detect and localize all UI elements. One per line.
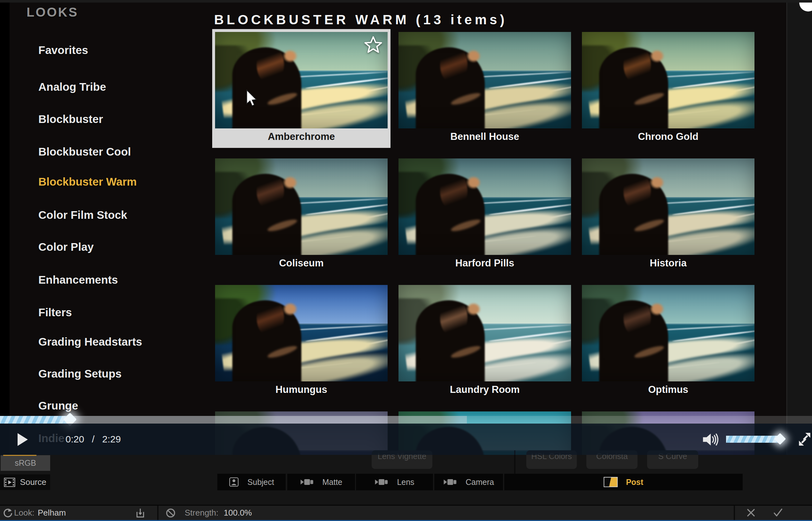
- look-category-heading: BLOCKBUSTER WARM (13 items): [214, 12, 507, 27]
- srgb-accent-line: [3, 455, 37, 456]
- toolbar-post-button[interactable]: Post: [504, 474, 743, 490]
- current-time: 0:20: [66, 434, 84, 445]
- look-name: Bennell House: [399, 129, 571, 145]
- look-thumbnail[interactable]: [399, 32, 571, 129]
- look-label: Look:: [14, 506, 35, 520]
- subject-person-icon: [229, 477, 239, 487]
- srgb-button[interactable]: sRGB: [1, 455, 50, 471]
- toolbar-label: Camera: [466, 478, 494, 487]
- toolbar-lens-button[interactable]: Lens: [356, 474, 433, 490]
- source-label: Source: [20, 477, 46, 487]
- look-name: Coliseum: [215, 255, 388, 272]
- sidebar-item-enhancements[interactable]: Enhancements: [38, 273, 118, 286]
- volume-icon[interactable]: [702, 431, 721, 448]
- look-tile-historia[interactable]: Historia: [582, 158, 754, 272]
- favorite-star-icon[interactable]: [363, 35, 383, 55]
- post-split-icon: [604, 477, 618, 487]
- video-right-panel-edge: [786, 3, 812, 455]
- time-display: 0:20 / 2:29: [66, 424, 121, 455]
- look-thumbnail[interactable]: [582, 32, 754, 129]
- sidebar-item-grading-headstarts[interactable]: Grading Headstarts: [38, 335, 142, 348]
- look-tile-humungus[interactable]: Humungus: [215, 285, 388, 398]
- sidebar-item-blockbuster-warm[interactable]: Blockbuster Warm: [38, 175, 137, 188]
- toolbar-label: Post: [626, 478, 643, 487]
- looks-panel-title: LOOKS: [26, 5, 78, 20]
- look-name: Laundry Room: [399, 381, 571, 398]
- sidebar-item-analog-tribe[interactable]: Analog Tribe: [38, 81, 106, 93]
- look-thumbnail[interactable]: [582, 285, 754, 381]
- progress-played: [0, 416, 70, 424]
- status-divider: [734, 506, 735, 520]
- look-thumbnail[interactable]: [215, 32, 388, 129]
- progress-bar[interactable]: [0, 416, 812, 424]
- look-tile-amberchrome[interactable]: Amberchrome: [215, 32, 388, 145]
- volume-slider[interactable]: [726, 436, 780, 443]
- volume-handle[interactable]: [774, 433, 786, 445]
- source-button[interactable]: Source: [0, 474, 50, 490]
- sidebar-item-favorites[interactable]: Favorites: [38, 44, 88, 56]
- sidebar-item-blockbuster-cool[interactable]: Blockbuster Cool: [38, 145, 131, 158]
- time-separator: /: [92, 434, 94, 445]
- look-thumbnail[interactable]: [582, 158, 754, 255]
- strength-label: Strength:: [185, 506, 219, 520]
- look-thumbnail[interactable]: [399, 285, 571, 381]
- look-thumbnail[interactable]: [215, 158, 388, 255]
- video-camera-icon: [300, 478, 314, 486]
- sidebar-item-blockbuster[interactable]: Blockbuster: [38, 113, 103, 126]
- total-duration: 2:29: [102, 434, 121, 445]
- look-tile-chrono-gold[interactable]: Chrono Gold: [582, 32, 754, 145]
- app-root: LOOKS Favorites Analog Tribe Blockbuster…: [0, 0, 812, 521]
- video-camera-icon: [443, 478, 457, 486]
- sidebar-item-color-play[interactable]: Color Play: [38, 241, 94, 253]
- sidebar-item-filters[interactable]: Filters: [38, 306, 72, 319]
- look-tile-harford-pills[interactable]: Harford Pills: [399, 158, 571, 272]
- video-left-bar: [0, 3, 9, 455]
- look-thumbnail[interactable]: [399, 158, 571, 255]
- import-look-icon[interactable]: [135, 508, 145, 518]
- video-content: LOOKS Favorites Analog Tribe Blockbuster…: [0, 3, 812, 455]
- play-button[interactable]: [18, 433, 28, 446]
- look-name: Humungus: [215, 381, 388, 398]
- toolbar-matte-button[interactable]: Matte: [287, 474, 355, 490]
- look-value: Pelham: [38, 506, 66, 520]
- cancel-x-icon[interactable]: [746, 508, 756, 518]
- window-top-edge: [0, 0, 812, 3]
- looks-grid: Amberchrome Bennell House: [215, 32, 754, 455]
- toolbar-subject-button[interactable]: Subject: [217, 474, 286, 490]
- control-bar: 0:20 / 2:29: [0, 424, 812, 455]
- look-name: Harford Pills: [399, 255, 571, 272]
- strength-value: 100.0%: [224, 506, 252, 520]
- toolbar-label: Lens: [397, 478, 414, 487]
- disable-strength-icon[interactable]: [165, 508, 176, 518]
- sidebar-item-grunge[interactable]: Grunge: [38, 399, 78, 412]
- look-tile-coliseum[interactable]: Coliseum: [215, 158, 388, 272]
- fullscreen-icon[interactable]: [798, 432, 811, 447]
- look-tile-optimus[interactable]: Optimus: [582, 285, 754, 398]
- look-tile-laundry-room[interactable]: Laundry Room: [399, 285, 571, 398]
- look-name: Chrono Gold: [582, 129, 754, 145]
- look-name: Historia: [582, 255, 754, 272]
- look-name: Optimus: [582, 381, 754, 398]
- filmstrip-icon: [4, 478, 15, 487]
- sidebar-item-grading-setups[interactable]: Grading Setups: [38, 367, 122, 380]
- volume-fill: [726, 436, 780, 443]
- mouse-cursor-icon: [245, 89, 259, 107]
- sidebar-item-color-film-stock[interactable]: Color Film Stock: [38, 209, 127, 221]
- status-bar: Look: Pelham Strength: 100.0%: [0, 505, 812, 520]
- look-thumbnail[interactable]: [215, 285, 388, 381]
- toolbar-camera-button[interactable]: Camera: [434, 474, 503, 490]
- toolbar-label: Subject: [247, 478, 274, 487]
- reset-undo-icon[interactable]: [3, 508, 13, 518]
- look-tile-bennell-house[interactable]: Bennell House: [399, 32, 571, 145]
- looks-app-bottom: Lens Vignette HSL Colors Colorista S Cur…: [0, 455, 812, 521]
- confirm-check-icon[interactable]: [773, 508, 783, 518]
- look-name: Amberchrome: [215, 129, 388, 145]
- toolbar-label: Matte: [322, 478, 343, 487]
- status-divider: [157, 506, 158, 520]
- video-player-controls: 0:20 / 2:29: [0, 416, 812, 455]
- video-camera-icon: [375, 478, 389, 486]
